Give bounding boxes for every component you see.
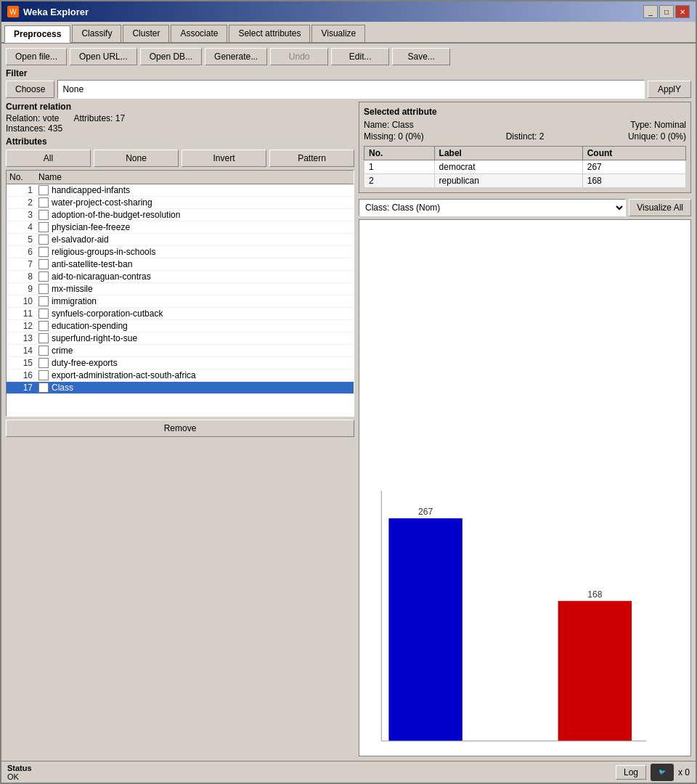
undo-button[interactable]: Undo	[270, 48, 328, 65]
attr-name: physician-fee-freeze	[52, 222, 351, 232]
close-button[interactable]: ✕	[675, 5, 690, 18]
table-row[interactable]: 14crime	[7, 345, 354, 357]
table-cell-no: 1	[364, 160, 435, 174]
col-no: No.	[9, 172, 38, 182]
attr-checkbox[interactable]	[38, 197, 49, 208]
right-panel: Selected attribute Name: Class Type: Nom…	[359, 102, 691, 756]
title-bar: W Weka Explorer _ □ ✕	[1, 1, 696, 22]
attr-checkbox[interactable]	[38, 222, 49, 232]
table-row[interactable]: 2water-project-cost-sharing	[7, 197, 354, 209]
attr-checkbox[interactable]	[38, 259, 49, 269]
tab-cluster[interactable]: Cluster	[123, 25, 169, 42]
attr-checkbox[interactable]	[38, 210, 49, 220]
table-col-label: Label	[434, 147, 582, 160]
attr-number: 1	[9, 185, 38, 195]
table-row[interactable]: 12education-spending	[7, 320, 354, 332]
attr-checkbox[interactable]	[38, 284, 49, 294]
current-relation-title: Current relation	[6, 102, 354, 112]
attr-checkbox[interactable]	[38, 383, 49, 393]
attr-checkbox[interactable]	[38, 185, 49, 195]
attr-name: duty-free-exports	[52, 358, 351, 368]
attribute-table: No. Label Count 1democrat2672republican1…	[364, 146, 686, 188]
log-button[interactable]: Log	[616, 765, 646, 780]
attr-checkbox[interactable]	[38, 296, 49, 306]
relation-row: Relation: vote Attributes: 17	[6, 113, 354, 123]
table-row[interactable]: 4physician-fee-freeze	[7, 221, 354, 234]
status-label: Status	[7, 764, 32, 772]
main-panels: Current relation Relation: vote Attribut…	[6, 102, 691, 756]
table-row[interactable]: 11synfuels-corporation-cutback	[7, 308, 354, 320]
open-file-button[interactable]: Open file...	[6, 48, 67, 65]
instances-row: Instances: 435	[6, 123, 354, 134]
edit-button[interactable]: Edit...	[331, 48, 389, 65]
attribute-list[interactable]: No. Name 1handicapped-infants2water-proj…	[6, 170, 354, 417]
attr-checkbox[interactable]	[38, 370, 49, 380]
minimize-button[interactable]: _	[643, 5, 658, 18]
attr-name: export-administration-act-south-africa	[52, 370, 351, 380]
table-row[interactable]: 9mx-missile	[7, 283, 354, 295]
tab-classify[interactable]: Classify	[72, 25, 121, 42]
attr-info-grid: Name: Class Type: Nominal Missing: 0 (0%…	[364, 120, 686, 142]
attr-number: 9	[9, 284, 38, 294]
table-row[interactable]: 3adoption-of-the-budget-resolution	[7, 209, 354, 221]
table-row[interactable]: 5el-salvador-aid	[7, 234, 354, 246]
status-value: OK	[7, 772, 32, 781]
table-row[interactable]: 7anti-satellite-test-ban	[7, 258, 354, 271]
attr-number: 6	[9, 247, 38, 257]
none-button[interactable]: None	[94, 150, 179, 167]
table-row[interactable]: 17Class	[7, 382, 354, 394]
attr-checkbox[interactable]	[38, 271, 49, 282]
tab-select-attributes[interactable]: Select attributes	[229, 25, 310, 42]
attr-checkbox[interactable]	[38, 309, 49, 319]
filter-row: Choose None ApplY	[6, 80, 691, 99]
pattern-button[interactable]: Pattern	[269, 150, 354, 167]
table-row[interactable]: 16export-administration-act-south-africa	[7, 369, 354, 382]
choose-button[interactable]: Choose	[6, 81, 54, 98]
open-url-button[interactable]: Open URL...	[70, 48, 137, 65]
class-dropdown[interactable]: Class: Class (Nom)	[359, 199, 626, 216]
all-button[interactable]: All	[6, 150, 91, 167]
svg-rect-1	[388, 518, 462, 741]
name-info: Name: Class	[364, 120, 470, 130]
attr-name: education-spending	[52, 321, 351, 331]
attr-checkbox[interactable]	[38, 321, 49, 331]
open-db-button[interactable]: Open DB...	[140, 48, 202, 65]
attr-number: 15	[9, 358, 38, 368]
attr-name: handicapped-infants	[52, 185, 351, 195]
selected-attribute-panel: Selected attribute Name: Class Type: Nom…	[359, 102, 691, 193]
table-row[interactable]: 15duty-free-exports	[7, 357, 354, 369]
attr-name: crime	[52, 346, 351, 356]
remove-button[interactable]: Remove	[6, 420, 354, 437]
generate-button[interactable]: Generate...	[205, 48, 267, 65]
attributes-title: Attributes	[6, 136, 354, 147]
invert-button[interactable]: Invert	[182, 150, 266, 167]
tab-visualize[interactable]: Visualize	[311, 25, 365, 42]
attr-name: immigration	[52, 296, 351, 306]
attr-number: 8	[9, 271, 38, 282]
save-button[interactable]: Save...	[392, 48, 450, 65]
attr-number: 10	[9, 296, 38, 306]
maximize-button[interactable]: □	[659, 5, 674, 18]
tab-preprocess[interactable]: Preprocess	[4, 25, 70, 43]
table-row[interactable]: 10immigration	[7, 295, 354, 308]
table-row[interactable]: 6religious-groups-in-schools	[7, 246, 354, 258]
attr-checkbox[interactable]	[38, 346, 49, 356]
title-controls: _ □ ✕	[643, 5, 690, 18]
attr-checkbox[interactable]	[38, 333, 49, 343]
table-row[interactable]: 8aid-to-nicaraguan-contras	[7, 271, 354, 283]
attr-checkbox[interactable]	[38, 234, 49, 245]
apply-button[interactable]: ApplY	[648, 81, 691, 98]
title-bar-left: W Weka Explorer	[7, 6, 89, 17]
distinct-info: Distinct: 2	[472, 131, 579, 142]
table-row: 2republican168	[364, 174, 686, 188]
attr-checkbox[interactable]	[38, 247, 49, 257]
tab-associate[interactable]: Associate	[171, 25, 227, 42]
attr-checkbox[interactable]	[38, 358, 49, 368]
filter-value: None	[62, 84, 83, 94]
bar-chart: 267 168	[367, 227, 683, 748]
attr-name: superfund-right-to-sue	[52, 333, 351, 343]
table-row[interactable]: 13superfund-right-to-sue	[7, 332, 354, 345]
table-row[interactable]: 1handicapped-infants	[7, 184, 354, 197]
visualize-all-button[interactable]: Visualize All	[629, 199, 691, 216]
unique-info: Unique: 0 (0%)	[579, 131, 686, 142]
